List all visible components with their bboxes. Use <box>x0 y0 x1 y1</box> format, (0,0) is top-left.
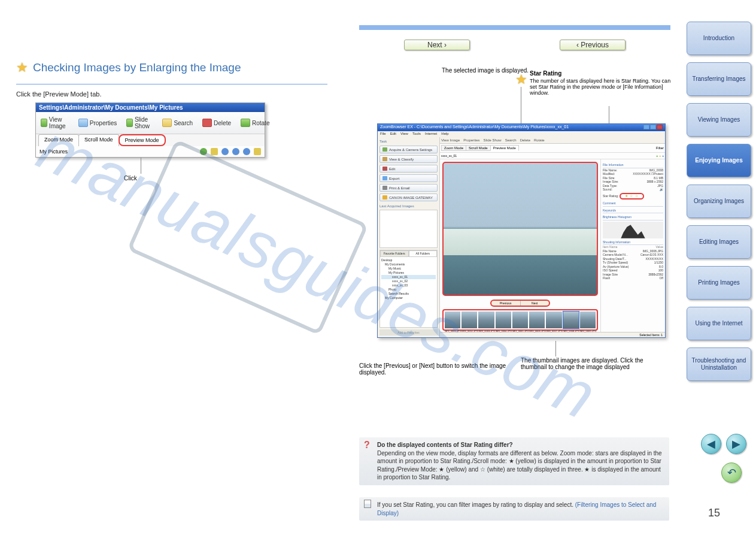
previous-button[interactable]: ‹ Previous <box>560 40 626 50</box>
scroll-mode-tab[interactable]: Scroll Mode <box>78 134 119 146</box>
nav-troubleshooting[interactable]: Troubleshooting and Uninstallation <box>687 347 751 381</box>
window-controls <box>643 125 663 131</box>
menu-file[interactable]: File <box>380 132 386 137</box>
nav-enjoying[interactable]: Enjoying Images <box>687 144 751 177</box>
favorite-folders-tab[interactable]: Favorite Folders <box>380 250 409 257</box>
task-gateway[interactable]: CANON iMAGE GATEWAY <box>379 194 438 201</box>
keywords-header[interactable]: Keywords <box>603 208 663 214</box>
app-zoom-tab[interactable]: Zoom Mode <box>441 145 466 151</box>
select-icon[interactable] <box>254 148 261 155</box>
all-folders-tab[interactable]: All Folders <box>409 250 438 257</box>
task-edit[interactable]: Edit <box>379 165 438 173</box>
mt-slide-show[interactable]: Slide Show <box>484 138 502 142</box>
nav-up-icon[interactable]: ● <box>662 154 664 158</box>
search-button[interactable]: Search <box>160 116 195 130</box>
star-rating-widget[interactable]: ★ ☆ ☆ <box>620 193 644 200</box>
mt-delete[interactable]: Delete <box>520 138 530 142</box>
page-forward-button[interactable]: ▶ <box>726 434 746 454</box>
app-scroll-tab[interactable]: Scroll Mode <box>466 145 491 151</box>
rotate-icon <box>241 119 250 127</box>
task-view-classify[interactable]: View & Classify <box>379 155 438 163</box>
prevnext-bar: Previous Next <box>490 300 550 307</box>
folder-xx02[interactable]: xxxx_xx_02 <box>381 279 436 283</box>
delete-button[interactable]: Delete <box>200 116 233 130</box>
zoom-mode-tab[interactable]: Zoom Mode <box>38 134 79 146</box>
properties-button[interactable]: Properties <box>76 116 120 130</box>
nav-transferring[interactable]: Transferring Images <box>687 62 751 96</box>
forward-icon[interactable] <box>211 148 218 155</box>
thumb-5[interactable]: IMG_0005.JPG <box>512 312 528 328</box>
task-export[interactable]: Export <box>379 174 438 182</box>
view-image-icon <box>41 119 47 127</box>
zoom-icon[interactable] <box>232 148 239 155</box>
folder-documents[interactable]: My Documents <box>381 262 436 267</box>
thumb-8[interactable]: IMG_0008.JPG <box>563 312 579 328</box>
mt-properties[interactable]: Properties <box>463 138 479 142</box>
maximize-icon[interactable] <box>650 125 656 129</box>
folder-xx03[interactable]: xxxx_xx_03 <box>381 283 436 288</box>
last-acquired-header: Last Acquired Images <box>379 204 438 208</box>
folder-desktop[interactable]: Desktop <box>381 258 436 262</box>
shooting-info-header: Shooting Information <box>603 240 663 246</box>
folder-pictures[interactable]: My Pictures <box>381 271 436 275</box>
folder-xx01[interactable]: xxxx_xx_01 <box>381 275 436 279</box>
next-button[interactable]: Next › <box>404 40 470 50</box>
folder-photo[interactable]: Photo <box>381 288 436 292</box>
window-titlebar: Settings\Administrator\My Documents\My P… <box>36 103 265 112</box>
comment-header[interactable]: Comment <box>603 201 663 207</box>
task-print-email[interactable]: Print & Email <box>379 184 438 192</box>
nav-printing[interactable]: Printing Images <box>687 266 751 300</box>
page-return-button[interactable]: ↶ <box>721 463 742 483</box>
filter-label[interactable]: Filter <box>656 146 664 150</box>
folder-music[interactable]: My Music <box>381 267 436 271</box>
thumb-2[interactable]: IMG_0002.JPG <box>462 312 477 328</box>
preview-image <box>442 162 598 296</box>
folder-computer[interactable]: My Computer <box>381 296 436 300</box>
app-preview-tab[interactable]: Preview Mode <box>490 145 519 151</box>
main-toolbar: View Image Properties Slide Show Search … <box>440 137 665 144</box>
nav-organizing[interactable]: Organizing Images <box>687 185 751 218</box>
mt-view-image[interactable]: View Image <box>441 138 460 142</box>
page-back-button[interactable]: ◀ <box>701 434 721 454</box>
folder-icon <box>382 157 387 161</box>
nav-viewing[interactable]: Viewing Images <box>687 103 751 137</box>
thumb-9[interactable]: IMG_0009.JPG <box>580 312 596 328</box>
info-panel: File Information File Name:IMG_0008 Modi… <box>600 159 665 332</box>
nav-introduction[interactable]: Introduction <box>687 22 751 55</box>
menu-tools[interactable]: Tools <box>412 132 421 137</box>
slide-show-icon <box>126 119 133 127</box>
thumb-6[interactable]: IMG_0006.JPG <box>529 312 545 328</box>
preview-mode-tab[interactable]: Preview Mode <box>119 134 166 146</box>
nav-internet[interactable]: Using the Internet <box>687 307 751 340</box>
menu-internet[interactable]: Internet <box>425 132 437 137</box>
bar-previous-button[interactable]: Previous <box>491 301 521 306</box>
callout-line-rating <box>609 106 609 125</box>
folder-search-results[interactable]: Search Results <box>381 292 436 296</box>
task-acquire[interactable]: Acquire & Camera Settings <box>379 146 438 153</box>
thumb-1[interactable]: IMG_0001.JPG <box>445 312 460 328</box>
view-image-button[interactable]: View Image <box>38 116 71 130</box>
menu-view[interactable]: View <box>400 132 408 137</box>
breadcrumb-row-app: xxxx_xx_01 ● ● ● <box>440 153 665 159</box>
thumb-3[interactable]: IMG_0003.JPG <box>478 312 494 328</box>
step-1-text: Click the [Preview Mode] tab. <box>16 90 339 98</box>
menu-help[interactable]: Help <box>441 132 448 137</box>
file-info-header: File Information <box>603 162 663 168</box>
nav-back-icon[interactable]: ● <box>656 154 658 158</box>
thumb-4[interactable]: IMG_0004.JPG <box>496 312 511 328</box>
up-icon[interactable] <box>221 148 229 155</box>
nav-fwd-icon[interactable]: ● <box>659 154 661 158</box>
add-to-favorites[interactable]: Add to Favorites <box>379 330 438 335</box>
slide-show-button[interactable]: Slide Show <box>124 116 155 130</box>
info-icon[interactable] <box>243 148 250 155</box>
mt-rotate[interactable]: Rotate <box>534 138 545 142</box>
rotate-button[interactable]: Rotate <box>238 116 272 130</box>
menu-edit[interactable]: Edit <box>390 132 396 137</box>
minimize-icon[interactable] <box>643 125 649 129</box>
nav-editing[interactable]: Editing Images <box>687 225 751 259</box>
back-icon[interactable] <box>200 148 207 155</box>
thumb-7[interactable]: IMG_0007.JPG <box>546 312 561 328</box>
close-icon[interactable] <box>657 125 663 129</box>
bar-next-button[interactable]: Next <box>521 301 549 306</box>
mt-search[interactable]: Search <box>505 138 517 142</box>
